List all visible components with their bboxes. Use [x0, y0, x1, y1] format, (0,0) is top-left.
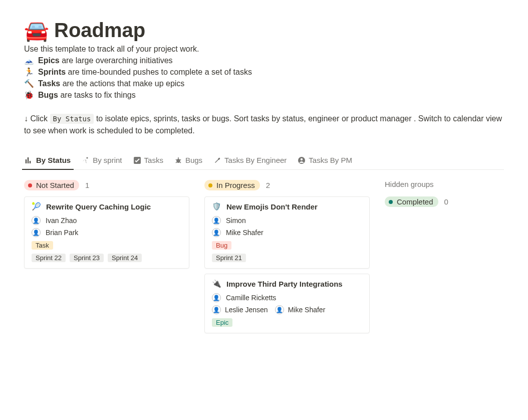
- person-name: Mike Shafer: [288, 306, 326, 314]
- legend-bugs: 🐞 Bugs are tasks to fix things: [24, 90, 504, 100]
- avatar-icon: 👤: [212, 216, 221, 225]
- type-tag-epic: Epic: [212, 318, 232, 327]
- tab-bugs[interactable]: Bugs: [173, 153, 203, 169]
- card-rewrite-query-caching[interactable]: 🎾 Rewrite Query Caching Logic 👤 Ivan Zha…: [24, 196, 189, 269]
- sprint-tag: Sprint 22: [32, 254, 66, 262]
- page-subtitle: Use this template to track all of your p…: [24, 45, 504, 54]
- column-count: 1: [85, 181, 89, 189]
- svg-point-2: [176, 159, 180, 163]
- status-label: In Progress: [216, 181, 255, 189]
- bar-chart-icon: [25, 156, 33, 164]
- svg-point-4: [301, 158, 303, 160]
- card-person-primary: 👤 Simon: [212, 216, 362, 225]
- status-label: Completed: [397, 197, 433, 206]
- tab-tasks[interactable]: Tasks: [132, 153, 164, 169]
- card-new-emojis-dont-render[interactable]: 🛡️ New Emojis Don't Render 👤 Simon 👤 Mik…: [204, 196, 370, 269]
- mountain-icon: 🗻: [24, 56, 34, 65]
- plug-icon: 🔌: [212, 279, 221, 288]
- sprint-tag: Sprint 23: [70, 254, 104, 262]
- tab-label: Tasks By PM: [309, 156, 352, 164]
- card-person-primary: 👤 Ivan Zhao: [32, 216, 182, 225]
- person-name: Camille Ricketts: [226, 294, 276, 302]
- person-name: Brian Park: [46, 229, 78, 237]
- column-count: 2: [266, 181, 270, 189]
- tab-label: By Status: [36, 156, 71, 164]
- tab-label: By sprint: [93, 156, 122, 164]
- legend-epics: 🗻 Epics are large overarching initiative…: [24, 56, 504, 65]
- hammer-icon: 🔨: [24, 79, 34, 88]
- avatar-icon: 👤: [212, 293, 221, 302]
- avatar-icon: 👤: [212, 228, 221, 237]
- by-status-token: By Status: [50, 114, 94, 124]
- hidden-group-completed[interactable]: Completed 0: [385, 196, 448, 207]
- dot-icon: [208, 183, 212, 187]
- sprint-tag: Sprint 24: [108, 254, 142, 262]
- card-title-text: New Emojis Don't Render: [226, 202, 318, 211]
- instructions-text: ↓ Click By Status to isolate epics, spri…: [24, 113, 504, 137]
- person-name: Simon: [226, 217, 246, 225]
- legend-sprints: 🏃 Sprints are time-bounded pushes to com…: [24, 67, 504, 77]
- hidden-groups-label: Hidden groups: [385, 180, 448, 188]
- tab-by-status[interactable]: By Status: [24, 153, 72, 169]
- shield-icon: 🛡️: [212, 202, 221, 211]
- card-improve-third-party-integrations[interactable]: 🔌 Improve Third Party Integrations 👤 Cam…: [204, 274, 370, 333]
- page-title-text: Roadmap: [54, 19, 145, 42]
- board: Not Started 1 🎾 Rewrite Query Caching Lo…: [24, 180, 504, 338]
- card-person-secondary: 👤 Brian Park: [32, 228, 182, 237]
- tab-tasks-by-engineer[interactable]: Tasks By Engineer: [212, 153, 288, 169]
- avatar-icon: 👤: [32, 228, 41, 237]
- card-person-secondary: 👤 Mike Shafer: [212, 228, 362, 237]
- column-header[interactable]: In Progress 2: [204, 180, 370, 190]
- hidden-groups-column: Hidden groups Completed 0: [385, 180, 448, 213]
- status-pill-completed: Completed: [385, 196, 438, 207]
- dot-icon: [389, 200, 393, 204]
- user-circle-icon: [298, 156, 306, 164]
- sprint-tag: Sprint 21: [212, 254, 246, 262]
- avatar-icon: 👤: [212, 305, 221, 314]
- person-name: Mike Shafer: [226, 229, 263, 237]
- person-name: Ivan Zhao: [46, 217, 77, 225]
- card-person-secondary-row: 👤 Leslie Jensen 👤 Mike Shafer: [212, 305, 362, 314]
- person-name: Leslie Jensen: [225, 306, 268, 314]
- column-in-progress: In Progress 2 🛡️ New Emojis Don't Render…: [204, 180, 370, 338]
- tennis-icon: 🎾: [32, 202, 41, 211]
- bug-icon: [174, 156, 182, 164]
- wrench-icon: [213, 156, 221, 164]
- card-person-primary: 👤 Camille Ricketts: [212, 293, 362, 302]
- ladybug-icon: 🐞: [24, 90, 34, 100]
- type-tag-task: Task: [32, 241, 53, 250]
- status-pill-in-progress: In Progress: [204, 180, 260, 190]
- status-pill-not-started: Not Started: [24, 180, 79, 190]
- type-tag-bug: Bug: [212, 241, 231, 250]
- tab-label: Tasks By Engineer: [224, 156, 287, 164]
- dot-icon: [28, 183, 32, 187]
- tab-label: Bugs: [185, 156, 202, 164]
- car-icon: 🚘: [24, 21, 49, 41]
- column-count: 0: [444, 197, 448, 206]
- column-header[interactable]: Not Started 1: [24, 180, 189, 190]
- svg-point-0: [87, 157, 88, 158]
- column-not-started: Not Started 1 🎾 Rewrite Query Caching Lo…: [24, 180, 189, 274]
- running-icon: [82, 156, 90, 164]
- legend-tasks: 🔨 Tasks are the actions that make up epi…: [24, 79, 504, 88]
- avatar-icon: 👤: [275, 305, 284, 314]
- card-title-text: Improve Third Party Integrations: [226, 280, 343, 288]
- status-label: Not Started: [36, 181, 74, 189]
- page-title: 🚘 Roadmap: [24, 19, 504, 42]
- tab-label: Tasks: [144, 156, 163, 164]
- runner-icon: 🏃: [24, 67, 34, 77]
- tab-by-sprint[interactable]: By sprint: [81, 153, 123, 169]
- card-title-text: Rewrite Query Caching Logic: [46, 202, 151, 211]
- checkbox-icon: [133, 156, 141, 164]
- avatar-icon: 👤: [32, 216, 41, 225]
- view-tabs: By Status By sprint Tasks Bugs Tasks By …: [24, 153, 504, 170]
- tab-tasks-by-pm[interactable]: Tasks By PM: [297, 153, 353, 169]
